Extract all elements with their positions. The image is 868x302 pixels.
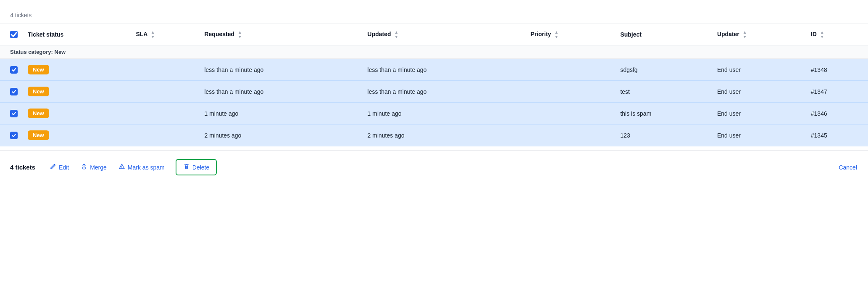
requested-cell-1345: 2 minutes ago xyxy=(199,125,362,146)
svg-rect-3 xyxy=(186,166,187,168)
table-row[interactable]: New 1 minute ago 1 minute ago this is sp… xyxy=(0,103,868,125)
table-row[interactable]: New less than a minute ago less than a m… xyxy=(0,81,868,103)
updated-cell-1347: less than a minute ago xyxy=(363,81,526,103)
id-cell-1348[interactable]: #1348 xyxy=(806,59,868,81)
header-ticket-count: 4 tickets xyxy=(10,12,32,19)
category-row: Status category: New xyxy=(0,45,868,59)
mark-as-spam-button[interactable]: Mark as spam xyxy=(118,162,166,173)
priority-cell-1346 xyxy=(526,103,615,125)
updated-cell-1346: 1 minute ago xyxy=(363,103,526,125)
merge-icon xyxy=(81,163,87,171)
updater-cell-1348: End user xyxy=(712,59,806,81)
edit-button[interactable]: Edit xyxy=(49,162,70,173)
edit-icon xyxy=(50,163,56,171)
col-header-updater[interactable]: Updater ▲▼ xyxy=(712,24,806,45)
updated-cell-1345: 2 minutes ago xyxy=(363,125,526,146)
row-checkbox-1346[interactable] xyxy=(10,110,18,117)
col-header-id[interactable]: ID ▲▼ xyxy=(806,24,868,45)
subject-cell-1348: sdgsfg xyxy=(615,59,712,81)
cancel-button[interactable]: Cancel xyxy=(838,162,858,172)
table-row[interactable]: New less than a minute ago less than a m… xyxy=(0,59,868,81)
row-checkbox-cell-1348[interactable] xyxy=(0,59,23,81)
updated-cell-1348: less than a minute ago xyxy=(363,59,526,81)
col-header-status: Ticket status xyxy=(23,24,131,45)
tickets-table: Ticket status SLA ▲▼ Requested ▲▼ xyxy=(0,24,868,146)
main-container: 4 tickets Ticket status xyxy=(0,0,868,184)
header-checkbox[interactable] xyxy=(10,31,18,38)
updater-cell-1347: End user xyxy=(712,81,806,103)
tickets-table-wrapper: Ticket status SLA ▲▼ Requested ▲▼ xyxy=(0,24,868,146)
col-header-sla[interactable]: SLA ▲▼ xyxy=(131,24,199,45)
sla-cell-1347 xyxy=(131,81,199,103)
col-header-updated[interactable]: Updated ▲▼ xyxy=(363,24,526,45)
merge-button[interactable]: Merge xyxy=(80,162,108,173)
sla-cell-1346 xyxy=(131,103,199,125)
status-cell-1347: New xyxy=(23,81,131,103)
priority-cell-1347 xyxy=(526,81,615,103)
spam-label: Mark as spam xyxy=(128,164,165,171)
status-badge-1347: New xyxy=(28,87,49,96)
updated-sort-icon[interactable]: ▲▼ xyxy=(394,30,398,39)
requested-cell-1348: less than a minute ago xyxy=(199,59,362,81)
col-header-priority[interactable]: Priority ▲▼ xyxy=(526,24,615,45)
svg-point-1 xyxy=(121,168,122,168)
priority-cell-1345 xyxy=(526,125,615,146)
cancel-label: Cancel xyxy=(839,164,857,171)
updater-cell-1345: End user xyxy=(712,125,806,146)
subject-cell-1347: test xyxy=(615,81,712,103)
merge-label: Merge xyxy=(90,164,107,171)
requested-cell-1346: 1 minute ago xyxy=(199,103,362,125)
updater-cell-1346: End user xyxy=(712,103,806,125)
status-badge-1345: New xyxy=(28,130,49,140)
sla-sort-icon[interactable]: ▲▼ xyxy=(151,30,155,39)
row-checkbox-1345[interactable] xyxy=(10,132,18,139)
row-checkbox-cell-1346[interactable] xyxy=(0,103,23,125)
row-checkbox-1347[interactable] xyxy=(10,88,18,95)
status-cell-1348: New xyxy=(23,59,131,81)
spam-icon xyxy=(118,163,125,171)
ticket-count-header: 4 tickets xyxy=(0,8,868,24)
id-cell-1346[interactable]: #1346 xyxy=(806,103,868,125)
requested-cell-1347: less than a minute ago xyxy=(199,81,362,103)
category-label: Status category: New xyxy=(0,45,868,59)
table-header-row: Ticket status SLA ▲▼ Requested ▲▼ xyxy=(0,24,868,45)
status-cell-1345: New xyxy=(23,125,131,146)
subject-cell-1346: this is spam xyxy=(615,103,712,125)
footer-action-bar: 4 tickets Edit Merge xyxy=(0,150,868,184)
status-badge-1348: New xyxy=(28,65,49,74)
delete-label: Delete xyxy=(192,164,209,171)
trash-icon xyxy=(183,163,190,171)
header-checkbox-cell[interactable] xyxy=(0,24,23,45)
row-checkbox-cell-1347[interactable] xyxy=(0,81,23,103)
status-cell-1346: New xyxy=(23,103,131,125)
priority-cell-1348 xyxy=(526,59,615,81)
table-row[interactable]: New 2 minutes ago 2 minutes ago 123 End … xyxy=(0,125,868,146)
id-cell-1347[interactable]: #1347 xyxy=(806,81,868,103)
priority-sort-icon[interactable]: ▲▼ xyxy=(555,30,559,39)
requested-sort-icon[interactable]: ▲▼ xyxy=(238,30,242,39)
col-header-requested[interactable]: Requested ▲▼ xyxy=(199,24,362,45)
status-badge-1346: New xyxy=(28,109,49,118)
id-sort-icon[interactable]: ▲▼ xyxy=(820,30,824,39)
sla-cell-1348 xyxy=(131,59,199,81)
edit-label: Edit xyxy=(59,164,69,171)
col-header-subject: Subject xyxy=(615,24,712,45)
footer-ticket-count: 4 tickets xyxy=(10,164,35,171)
delete-button[interactable]: Delete xyxy=(176,159,217,175)
row-checkbox-cell-1345[interactable] xyxy=(0,125,23,146)
id-cell-1345[interactable]: #1345 xyxy=(806,125,868,146)
updater-sort-icon[interactable]: ▲▼ xyxy=(743,30,747,39)
subject-cell-1345: 123 xyxy=(615,125,712,146)
row-checkbox-1348[interactable] xyxy=(10,66,18,74)
sla-cell-1345 xyxy=(131,125,199,146)
